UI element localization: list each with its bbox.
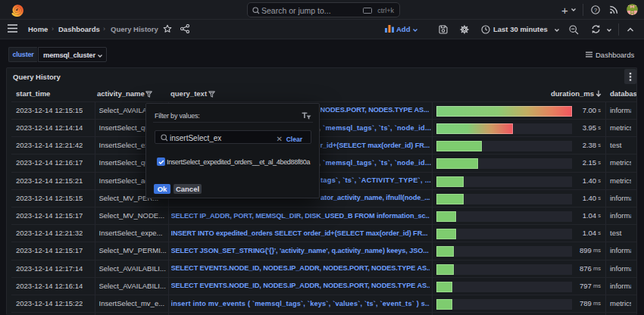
svg-text:?: ?	[594, 7, 597, 14]
